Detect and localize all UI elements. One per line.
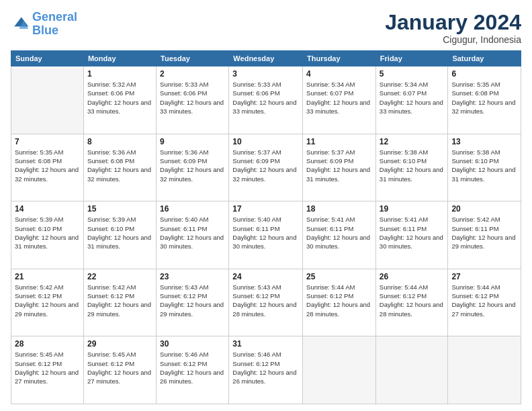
day-number: 2 [160,69,225,79]
logo: General Blue [11,11,77,38]
day-number: 5 [380,69,445,79]
day-number: 30 [160,339,225,349]
day-info: Sunrise: 5:39 AM Sunset: 6:10 PM Dayligh… [15,215,80,250]
calendar-week-2: 7Sunrise: 5:35 AM Sunset: 6:08 PM Daylig… [11,134,521,201]
calendar-week-4: 21Sunrise: 5:42 AM Sunset: 6:12 PM Dayli… [11,269,521,336]
calendar-cell: 2Sunrise: 5:33 AM Sunset: 6:06 PM Daylig… [157,66,229,134]
day-number: 19 [380,204,445,214]
calendar-cell [375,336,448,404]
logo-line2: Blue [32,24,58,37]
calendar-cell: 28Sunrise: 5:45 AM Sunset: 6:12 PM Dayli… [11,336,84,404]
calendar-cell: 12Sunrise: 5:38 AM Sunset: 6:10 PM Dayli… [375,134,448,201]
day-number: 13 [451,137,517,146]
day-info: Sunrise: 5:38 AM Sunset: 6:10 PM Dayligh… [451,148,517,183]
day-info: Sunrise: 5:37 AM Sunset: 6:09 PM Dayligh… [306,148,372,183]
day-info: Sunrise: 5:34 AM Sunset: 6:07 PM Dayligh… [380,80,445,116]
day-number: 8 [87,137,152,146]
day-number: 26 [380,272,445,281]
day-number: 10 [232,137,299,146]
day-number: 17 [232,204,299,214]
main-title: January 2024 [385,11,521,34]
calendar-cell: 18Sunrise: 5:41 AM Sunset: 6:11 PM Dayli… [303,201,376,269]
calendar-cell: 14Sunrise: 5:39 AM Sunset: 6:10 PM Dayli… [11,201,84,269]
calendar-cell: 17Sunrise: 5:40 AM Sunset: 6:11 PM Dayli… [229,201,303,269]
col-thursday: Thursday [303,51,376,66]
calendar-week-5: 28Sunrise: 5:45 AM Sunset: 6:12 PM Dayli… [11,336,521,404]
page: General Blue January 2024 Cigugur, Indon… [0,0,532,411]
calendar-cell: 7Sunrise: 5:35 AM Sunset: 6:08 PM Daylig… [11,134,84,201]
day-info: Sunrise: 5:38 AM Sunset: 6:10 PM Dayligh… [380,148,445,183]
calendar-cell: 21Sunrise: 5:42 AM Sunset: 6:12 PM Dayli… [11,269,84,336]
calendar-cell: 13Sunrise: 5:38 AM Sunset: 6:10 PM Dayli… [448,134,521,201]
day-number: 31 [232,339,299,349]
calendar-cell: 5Sunrise: 5:34 AM Sunset: 6:07 PM Daylig… [375,66,448,134]
calendar-cell [448,336,521,404]
day-info: Sunrise: 5:45 AM Sunset: 6:12 PM Dayligh… [15,350,80,385]
logo-icon [11,15,30,34]
calendar-cell: 22Sunrise: 5:42 AM Sunset: 6:12 PM Dayli… [83,269,156,336]
calendar-cell: 16Sunrise: 5:40 AM Sunset: 6:11 PM Dayli… [157,201,229,269]
day-number: 24 [232,272,299,281]
calendar-cell: 3Sunrise: 5:33 AM Sunset: 6:06 PM Daylig… [229,66,303,134]
calendar-cell: 15Sunrise: 5:39 AM Sunset: 6:10 PM Dayli… [83,201,156,269]
day-info: Sunrise: 5:44 AM Sunset: 6:12 PM Dayligh… [451,283,517,318]
logo-line1: General [32,10,77,24]
subtitle: Cigugur, Indonesia [385,34,521,45]
day-number: 3 [232,69,299,79]
calendar-header-row: Sunday Monday Tuesday Wednesday Thursday… [11,51,521,66]
col-monday: Monday [83,51,156,66]
day-number: 18 [306,204,372,214]
day-info: Sunrise: 5:39 AM Sunset: 6:10 PM Dayligh… [87,215,152,250]
calendar-table: Sunday Monday Tuesday Wednesday Thursday… [11,50,521,404]
col-saturday: Saturday [448,51,521,66]
calendar-cell: 23Sunrise: 5:43 AM Sunset: 6:12 PM Dayli… [157,269,229,336]
day-number: 15 [87,204,152,214]
day-info: Sunrise: 5:45 AM Sunset: 6:12 PM Dayligh… [87,350,152,385]
col-tuesday: Tuesday [157,51,229,66]
day-info: Sunrise: 5:34 AM Sunset: 6:07 PM Dayligh… [306,80,372,116]
day-info: Sunrise: 5:36 AM Sunset: 6:08 PM Dayligh… [87,148,152,183]
calendar-cell: 4Sunrise: 5:34 AM Sunset: 6:07 PM Daylig… [303,66,376,134]
day-info: Sunrise: 5:42 AM Sunset: 6:11 PM Dayligh… [451,215,517,250]
day-info: Sunrise: 5:46 AM Sunset: 6:12 PM Dayligh… [160,350,225,385]
calendar-cell: 6Sunrise: 5:35 AM Sunset: 6:08 PM Daylig… [448,66,521,134]
calendar-week-1: 1Sunrise: 5:32 AM Sunset: 6:06 PM Daylig… [11,66,521,134]
day-info: Sunrise: 5:44 AM Sunset: 6:12 PM Dayligh… [380,283,445,318]
calendar-cell: 27Sunrise: 5:44 AM Sunset: 6:12 PM Dayli… [448,269,521,336]
day-number: 12 [380,137,445,146]
calendar-cell [303,336,376,404]
day-info: Sunrise: 5:33 AM Sunset: 6:06 PM Dayligh… [232,80,299,116]
day-info: Sunrise: 5:37 AM Sunset: 6:09 PM Dayligh… [232,148,299,183]
calendar-cell: 11Sunrise: 5:37 AM Sunset: 6:09 PM Dayli… [303,134,376,201]
day-number: 20 [451,204,517,214]
title-block: January 2024 Cigugur, Indonesia [385,11,521,45]
day-number: 23 [160,272,225,281]
day-info: Sunrise: 5:32 AM Sunset: 6:06 PM Dayligh… [87,80,152,116]
calendar-cell: 29Sunrise: 5:45 AM Sunset: 6:12 PM Dayli… [83,336,156,404]
day-info: Sunrise: 5:40 AM Sunset: 6:11 PM Dayligh… [232,215,299,250]
calendar-cell: 8Sunrise: 5:36 AM Sunset: 6:08 PM Daylig… [83,134,156,201]
calendar-cell: 26Sunrise: 5:44 AM Sunset: 6:12 PM Dayli… [375,269,448,336]
day-info: Sunrise: 5:43 AM Sunset: 6:12 PM Dayligh… [232,283,299,318]
day-number: 28 [15,339,80,349]
day-info: Sunrise: 5:42 AM Sunset: 6:12 PM Dayligh… [15,283,80,318]
day-number: 22 [87,272,152,281]
day-info: Sunrise: 5:33 AM Sunset: 6:06 PM Dayligh… [160,80,225,116]
day-number: 27 [451,272,517,281]
header: General Blue January 2024 Cigugur, Indon… [11,11,521,45]
day-number: 25 [306,272,372,281]
calendar-cell: 9Sunrise: 5:36 AM Sunset: 6:09 PM Daylig… [157,134,229,201]
day-number: 14 [15,204,80,214]
col-wednesday: Wednesday [229,51,303,66]
calendar-cell: 20Sunrise: 5:42 AM Sunset: 6:11 PM Dayli… [448,201,521,269]
day-info: Sunrise: 5:41 AM Sunset: 6:11 PM Dayligh… [306,215,372,250]
calendar-cell [11,66,84,134]
col-sunday: Sunday [11,51,84,66]
day-info: Sunrise: 5:36 AM Sunset: 6:09 PM Dayligh… [160,148,225,183]
day-number: 29 [87,339,152,349]
day-number: 6 [451,69,517,79]
day-number: 16 [160,204,225,214]
day-info: Sunrise: 5:41 AM Sunset: 6:11 PM Dayligh… [380,215,445,250]
day-number: 7 [15,137,80,146]
day-info: Sunrise: 5:42 AM Sunset: 6:12 PM Dayligh… [87,283,152,318]
